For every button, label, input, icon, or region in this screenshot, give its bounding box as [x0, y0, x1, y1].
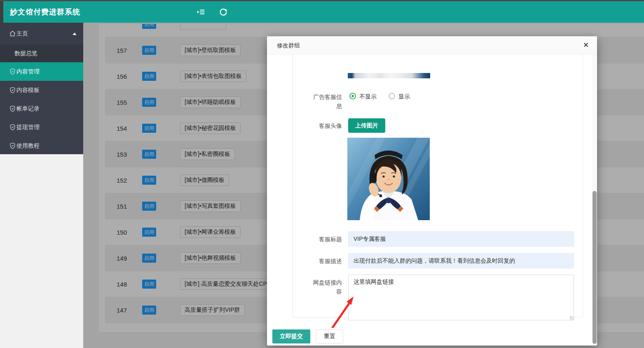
- service-title-input[interactable]: [348, 231, 574, 247]
- close-icon[interactable]: ✕: [581, 41, 590, 50]
- submit-button[interactable]: 立即提交: [272, 329, 310, 343]
- shield-check-icon: [9, 68, 16, 75]
- modal-title: 修改群组: [277, 36, 300, 54]
- sidebar-item-主页[interactable]: 主页: [0, 23, 83, 45]
- app-header: 妙文馆付费进群系统: [0, 1, 644, 23]
- sidebar-lower-area: [0, 154, 83, 348]
- sidebar-item-使用教程[interactable]: 使用教程: [0, 136, 83, 155]
- shield-check-icon: [9, 105, 16, 112]
- sidebar-item-label: 使用教程: [16, 142, 40, 150]
- sidebar-item-提现管理[interactable]: 提现管理: [0, 118, 83, 136]
- sidebar-item-label: 内容模板: [16, 87, 40, 94]
- shield-check-icon: [9, 87, 16, 94]
- modal-body: 广告客服信息 不显示 显示 客服头像 上传图片: [267, 54, 597, 346]
- shield-check-icon: [9, 142, 16, 149]
- textarea-resize-grip[interactable]: [570, 316, 574, 320]
- radio-show-label[interactable]: 显示: [398, 93, 410, 100]
- sidebar-item-label: 主页: [16, 30, 28, 38]
- modal-footer: 立即提交 重置: [267, 328, 597, 346]
- shield-check-icon: [9, 124, 16, 131]
- app-title: 妙文馆付费进群系统: [10, 7, 80, 17]
- sidebar-item-label: 内容管理: [16, 68, 40, 75]
- radio-show[interactable]: [389, 93, 395, 99]
- window-frame-corner: [0, 0, 3, 23]
- service-desc-label: 客服描述: [311, 256, 342, 266]
- collapse-menu-icon[interactable]: [197, 7, 206, 16]
- avatar-label: 客服头像: [311, 121, 342, 130]
- sidebar-item-label: 帐单记录: [16, 105, 40, 113]
- service-desc-input[interactable]: [348, 253, 574, 268]
- sidebar-item-label: 数据总览: [14, 50, 37, 57]
- sidebar-item-数据总览[interactable]: 数据总览: [0, 45, 83, 62]
- reset-button[interactable]: 重置: [316, 329, 343, 343]
- home-icon: [9, 30, 16, 37]
- radio-hide-label[interactable]: 不显示: [359, 93, 377, 100]
- radio-hide[interactable]: [349, 93, 356, 99]
- netdisk-textarea[interactable]: 这里填网盘链接: [348, 275, 574, 320]
- caret-up-icon: [73, 33, 77, 35]
- sidebar-nav: 主页数据总览内容管理内容模板帐单记录提现管理使用教程: [0, 23, 83, 154]
- edit-group-modal: 修改群组 ✕ 广告客服信息 不显示 显示 客服头像 上传图片: [267, 36, 597, 346]
- sidebar-item-label: 提现管理: [16, 124, 40, 131]
- refresh-icon[interactable]: [219, 7, 228, 16]
- sidebar-item-内容管理[interactable]: 内容管理: [0, 62, 83, 81]
- upload-image-button[interactable]: 上传图片: [348, 118, 385, 133]
- netdisk-label: 网盘链接内容: [311, 278, 342, 296]
- sidebar-item-帐单记录[interactable]: 帐单记录: [0, 99, 83, 118]
- customer-service-photo: [347, 138, 430, 220]
- modal-scrollbar-thumb[interactable]: [592, 191, 597, 344]
- window-frame-top: [0, 0, 644, 1]
- clipped-photo-fragment: [348, 73, 430, 78]
- ad-service-label: 广告客服信息: [311, 92, 342, 111]
- modal-header: 修改群组 ✕: [267, 36, 597, 54]
- sidebar-item-内容模板[interactable]: 内容模板: [0, 81, 83, 99]
- service-title-label: 客服标题: [311, 235, 342, 244]
